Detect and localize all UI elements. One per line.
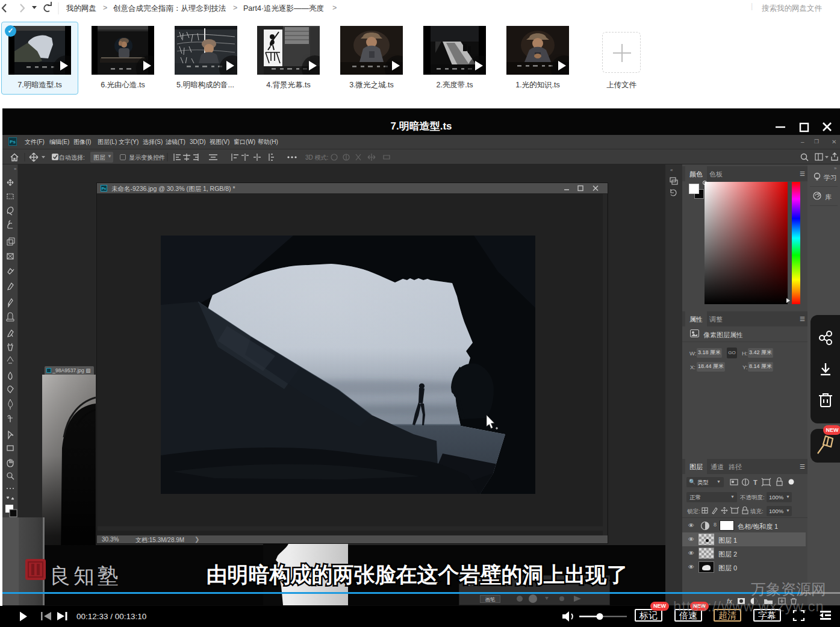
svg-text:00:12:33 / 00:13:10: 00:12:33 / 00:13:10 — [76, 612, 146, 621]
svg-text:«: « — [670, 167, 673, 173]
svg-text:T: T — [753, 479, 758, 486]
svg-text:3D 模式:: 3D 模式: — [305, 154, 328, 161]
svg-text:»: » — [14, 166, 17, 172]
